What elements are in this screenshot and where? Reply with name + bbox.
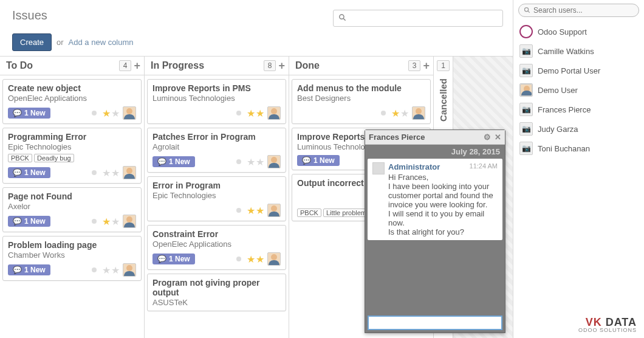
status-dot[interactable]: [236, 159, 241, 164]
user-row[interactable]: Demo User: [516, 80, 642, 100]
user-search-input[interactable]: [533, 6, 634, 15]
user-row[interactable]: 📷 Demo Portal User: [516, 61, 642, 80]
user-name: Frances Pierce: [538, 105, 591, 114]
status-dot[interactable]: [92, 219, 97, 224]
kanban-card[interactable]: Problem loading page Chamber Works 💬 1 N…: [2, 236, 142, 281]
kanban-card[interactable]: Improve Reports in PMS Luminous Technolo…: [147, 79, 286, 124]
svg-point-0: [340, 15, 344, 19]
chat-time: 11:24 AM: [470, 162, 498, 170]
kanban-card[interactable]: Program not giving proper output ASUSTeK: [147, 274, 286, 311]
card-subtitle: Axelor: [8, 202, 136, 211]
search-box[interactable]: [333, 10, 503, 27]
create-button[interactable]: Create: [12, 33, 52, 51]
priority-stars[interactable]: ★★: [247, 205, 264, 216]
avatar: [519, 83, 533, 97]
kanban-card[interactable]: Error in Program Epic Technologies ★★: [147, 176, 286, 221]
avatar: [123, 106, 136, 120]
priority-stars[interactable]: ★★: [247, 108, 264, 119]
new-pill[interactable]: 💬 1 New: [8, 108, 50, 119]
chat-header[interactable]: Frances Pierce ⚙ ✕: [365, 130, 505, 145]
new-pill[interactable]: 💬 1 New: [152, 156, 195, 167]
card-subtitle: Agrolait: [152, 142, 281, 151]
brand-logo: VK DATA ODOO SOLUTIONS: [578, 317, 637, 333]
new-pill[interactable]: 💬 1 New: [297, 155, 340, 166]
chat-author[interactable]: Administrator: [388, 162, 440, 171]
avatar: 📷: [519, 103, 533, 116]
tag: PBCK: [8, 154, 32, 162]
kanban-card[interactable]: Add menus to the module Best Designers ★…: [292, 79, 431, 124]
priority-stars[interactable]: ★★: [391, 108, 409, 119]
add-column-link[interactable]: Add a new column: [69, 38, 134, 47]
column-title: In Progress: [151, 60, 204, 71]
chat-message: Administrator 11:24 AM Hi Frances, I hav…: [368, 159, 502, 240]
column-count: 8: [264, 60, 276, 71]
status-dot[interactable]: [381, 111, 386, 116]
status-dot[interactable]: [236, 257, 241, 261]
avatar: [519, 25, 533, 38]
column-title: To Do: [6, 60, 33, 71]
avatar: 📷: [519, 44, 533, 58]
column-count: 1: [437, 60, 450, 71]
avatar: [267, 204, 281, 217]
priority-stars[interactable]: ★★: [102, 108, 120, 119]
kanban-card[interactable]: Create new object OpenElec Applications …: [2, 79, 142, 124]
priority-stars[interactable]: ★★: [247, 156, 264, 168]
status-dot[interactable]: [92, 111, 97, 116]
user-row[interactable]: Odoo Support: [516, 22, 642, 41]
card-title: Constraint Error: [152, 229, 281, 239]
card-title: Page not Found: [8, 191, 136, 201]
priority-stars[interactable]: ★★: [102, 216, 120, 227]
avatar: 📷: [519, 64, 533, 77]
status-dot[interactable]: [236, 111, 241, 116]
card-subtitle: Epic Technologies: [8, 142, 136, 151]
new-pill[interactable]: 💬 1 New: [8, 167, 50, 178]
kanban-card[interactable]: Constraint Error OpenElec Applications 💬…: [147, 225, 286, 270]
user-row[interactable]: 📷 Toni Buchanan: [516, 139, 642, 158]
priority-stars[interactable]: ★★: [102, 264, 120, 276]
kanban-card[interactable]: Programming Error Epic Technologies PBCK…: [2, 128, 142, 184]
chat-input[interactable]: [371, 318, 499, 327]
add-card-icon[interactable]: +: [278, 61, 285, 71]
priority-stars[interactable]: ★★: [247, 254, 264, 265]
column-count: 3: [408, 60, 421, 71]
card-subtitle: ASUSTeK: [152, 298, 281, 307]
add-card-icon[interactable]: +: [134, 61, 140, 71]
status-dot[interactable]: [236, 208, 241, 213]
new-pill[interactable]: 💬 1 New: [8, 216, 50, 227]
priority-stars[interactable]: ★★: [102, 167, 120, 179]
user-name: Demo Portal User: [538, 66, 600, 75]
status-dot[interactable]: [92, 170, 97, 175]
new-pill[interactable]: 💬 1 New: [8, 264, 50, 275]
kanban-card[interactable]: Page not Found Axelor 💬 1 New ★★: [2, 187, 142, 232]
user-row[interactable]: 📷 Judy Garza: [516, 119, 642, 139]
card-title: Problem loading page: [8, 240, 136, 250]
card-title: Improve Reports in PMS: [152, 83, 281, 93]
user-row[interactable]: 📷 Camille Watkins: [516, 41, 642, 61]
search-icon: [524, 6, 530, 15]
chat-title: Frances Pierce: [369, 133, 425, 142]
user-name: Odoo Support: [538, 27, 587, 36]
chat-input-box[interactable]: [368, 316, 502, 330]
avatar: [267, 155, 281, 168]
gear-icon[interactable]: ⚙: [484, 133, 491, 142]
status-dot[interactable]: [92, 267, 97, 272]
page-header: Issues Create or Add a new column: [0, 0, 513, 56]
user-row[interactable]: 📷 Frances Pierce: [516, 100, 642, 119]
search-icon: [339, 14, 346, 22]
chat-date: July 28, 2015: [365, 145, 505, 159]
user-name: Camille Watkins: [538, 47, 594, 56]
svg-line-1: [343, 18, 345, 20]
column-title: Done: [295, 60, 320, 71]
column-count: 4: [119, 60, 132, 71]
user-search-box[interactable]: [518, 4, 639, 17]
kanban-card[interactable]: Patches Error in Program Agrolait 💬 1 Ne…: [147, 128, 286, 173]
close-icon[interactable]: ✕: [495, 133, 501, 142]
svg-point-2: [524, 7, 528, 11]
add-card-icon[interactable]: +: [423, 61, 430, 71]
chat-text: Hi Frances, I have been looking into you…: [388, 173, 498, 236]
column-inprogress: In Progress 8 + Improve Reports in PMS L…: [145, 57, 289, 338]
card-title: Add menus to the module: [297, 83, 425, 93]
search-input[interactable]: [350, 14, 498, 23]
new-pill[interactable]: 💬 1 New: [152, 254, 195, 264]
avatar: [123, 215, 136, 228]
